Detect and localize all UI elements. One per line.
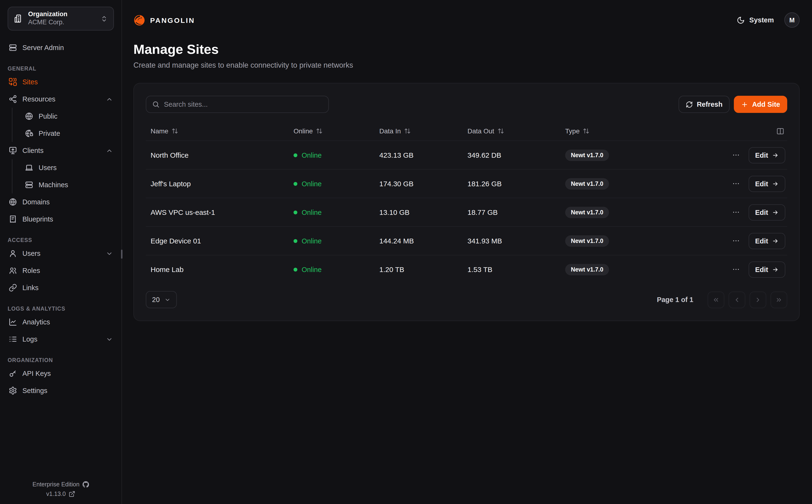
sidebar-item-analytics[interactable]: Analytics xyxy=(8,313,114,331)
sidebar-item-label: Resources xyxy=(22,95,56,103)
laptop-icon xyxy=(25,163,33,172)
type-badge: Newt v1.7.0 xyxy=(565,149,609,161)
column-header-name[interactable]: Name xyxy=(146,127,289,135)
edit-label: Edit xyxy=(755,180,768,187)
app-root: Organization ACME Corp. Server Admin GEN… xyxy=(0,0,812,504)
online-status-cell: Online xyxy=(289,180,375,187)
row-actions: Edit xyxy=(685,204,787,220)
sidebar-item-label: Users xyxy=(39,164,57,171)
monitor-up-icon xyxy=(9,146,17,155)
sidebar-resize-handle[interactable] xyxy=(121,250,122,259)
version-link[interactable]: v1.13.0 xyxy=(46,491,75,497)
type-cell: Newt v1.7.0 xyxy=(560,149,685,161)
combine-icon xyxy=(9,78,17,86)
column-label: Data Out xyxy=(467,127,494,135)
avatar[interactable]: M xyxy=(784,12,800,28)
org-switcher[interactable]: Organization ACME Corp. xyxy=(8,7,114,30)
edit-label: Edit xyxy=(755,237,768,245)
section-label-organization: ORGANIZATION xyxy=(8,357,114,363)
table-footer: 20 Page 1 of 1 xyxy=(146,291,787,308)
sidebar-item-users[interactable]: Users xyxy=(8,245,114,262)
chevron-left-icon xyxy=(733,296,741,303)
sidebar-item-links[interactable]: Links xyxy=(8,279,114,296)
sidebar-item-logs[interactable]: Logs xyxy=(8,331,114,348)
sidebar-item-sites[interactable]: Sites xyxy=(8,73,114,91)
row-menu-button[interactable] xyxy=(730,263,742,275)
column-header-type[interactable]: Type xyxy=(560,127,685,135)
online-status: Online xyxy=(302,208,322,216)
type-cell: Newt v1.7.0 xyxy=(560,235,685,247)
edition-link[interactable]: Enterprise Edition xyxy=(32,481,89,488)
sidebar-item-blueprints[interactable]: Blueprints xyxy=(8,211,114,228)
edit-button[interactable]: Edit xyxy=(748,147,785,163)
edit-button[interactable]: Edit xyxy=(748,176,785,192)
column-header-data-out[interactable]: Data Out xyxy=(463,127,560,135)
online-dot xyxy=(294,182,297,186)
search-icon xyxy=(152,101,160,108)
arrow-right-icon xyxy=(772,266,779,273)
ellipsis-icon xyxy=(732,265,740,273)
online-dot xyxy=(294,210,297,214)
last-page-button[interactable] xyxy=(771,291,787,308)
search-input[interactable] xyxy=(164,101,323,108)
server-icon xyxy=(25,181,33,189)
row-menu-button[interactable] xyxy=(730,178,742,190)
edit-button[interactable]: Edit xyxy=(748,233,785,249)
sidebar-item-client-users[interactable]: Users xyxy=(21,159,114,176)
sidebar-item-settings[interactable]: Settings xyxy=(8,382,114,399)
refresh-icon xyxy=(686,101,693,108)
brand-logo[interactable]: PANGOLIN xyxy=(133,14,195,26)
site-name: North Office xyxy=(146,151,289,159)
sidebar-item-public[interactable]: Public xyxy=(21,108,114,125)
edit-button[interactable]: Edit xyxy=(748,261,785,277)
sidebar-item-label: Machines xyxy=(39,181,68,189)
column-header-data-in[interactable]: Data In xyxy=(375,127,463,135)
sidebar: Organization ACME Corp. Server Admin GEN… xyxy=(0,0,122,504)
sites-panel: Refresh Add Site Name Online xyxy=(133,83,800,321)
refresh-button[interactable]: Refresh xyxy=(679,96,730,113)
sidebar-item-private[interactable]: Private xyxy=(21,125,114,142)
type-badge: Newt v1.7.0 xyxy=(565,235,609,247)
online-dot xyxy=(294,239,297,243)
sidebar-item-label: Domains xyxy=(22,198,50,206)
chevrons-right-icon xyxy=(775,296,782,303)
next-page-button[interactable] xyxy=(750,291,766,308)
sidebar-item-domains[interactable]: Domains xyxy=(8,193,114,211)
sidebar-item-roles[interactable]: Roles xyxy=(8,262,114,279)
brand-name: PANGOLIN xyxy=(150,16,195,24)
column-header-online[interactable]: Online xyxy=(289,127,375,135)
sidebar-item-label: Settings xyxy=(22,387,47,394)
org-switcher-label: Organization xyxy=(28,10,96,19)
page-subtitle: Create and manage sites to enable connec… xyxy=(133,61,800,70)
online-status-cell: Online xyxy=(289,151,375,159)
page-info: Page 1 of 1 xyxy=(657,296,693,303)
row-menu-button[interactable] xyxy=(730,206,742,218)
column-label: Online xyxy=(294,127,313,135)
edit-button[interactable]: Edit xyxy=(748,204,785,220)
search-box xyxy=(146,96,329,113)
sidebar-item-machines[interactable]: Machines xyxy=(21,176,114,193)
sidebar-item-label: Logs xyxy=(22,335,37,343)
theme-toggle[interactable]: System xyxy=(737,16,774,24)
sidebar-item-resources[interactable]: Resources xyxy=(8,91,114,108)
version-label: v1.13.0 xyxy=(46,491,66,497)
chevron-down-icon xyxy=(106,336,113,343)
row-actions: Edit xyxy=(685,233,787,249)
columns-icon xyxy=(776,127,784,135)
row-menu-button[interactable] xyxy=(730,149,742,161)
column-visibility-button[interactable] xyxy=(776,127,784,135)
add-site-button[interactable]: Add Site xyxy=(734,96,787,113)
first-page-button[interactable] xyxy=(708,291,724,308)
sidebar-item-clients[interactable]: Clients xyxy=(8,142,114,159)
link-icon xyxy=(9,283,17,292)
chevron-up-icon xyxy=(106,147,113,154)
sidebar-item-api-keys[interactable]: API Keys xyxy=(8,365,114,382)
arrow-right-icon xyxy=(772,152,779,158)
column-label: Type xyxy=(565,127,580,135)
row-menu-button[interactable] xyxy=(730,235,742,247)
row-actions: Edit xyxy=(685,261,787,277)
sidebar-item-label: Links xyxy=(22,284,39,292)
previous-page-button[interactable] xyxy=(729,291,745,308)
page-size-select[interactable]: 20 xyxy=(146,291,177,308)
sidebar-item-server-admin[interactable]: Server Admin xyxy=(8,39,114,56)
